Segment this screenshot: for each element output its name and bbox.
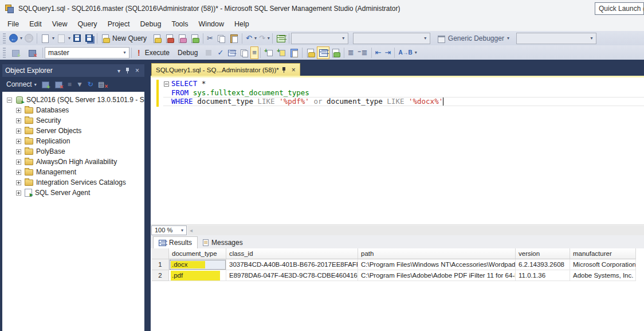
toolbar-grip[interactable] (3, 48, 6, 58)
navigate-to-button[interactable]: A→B (396, 46, 414, 59)
collapse-icon[interactable] (7, 98, 12, 103)
sql-editor[interactable]: SELECT *FROM sys.fulltext_document_types… (151, 77, 644, 224)
menu-debug[interactable]: Debug (135, 18, 167, 30)
object-explorer-header[interactable]: Object Explorer ▾ × (2, 64, 144, 77)
parse-button[interactable]: ✓ (215, 46, 225, 59)
tree-item-server-objects[interactable]: Server Objects (2, 126, 144, 136)
column-header-document_type[interactable]: document_type (169, 248, 226, 259)
window-position-icon[interactable]: ▾ (115, 68, 123, 74)
include-client-statistics-button[interactable] (262, 46, 275, 59)
grid-cell-document_type[interactable]: .pdf (169, 270, 226, 281)
toolbar-combo-2[interactable]: ▾ (353, 33, 430, 44)
expand-icon[interactable] (16, 139, 21, 144)
expand-icon[interactable] (16, 128, 21, 134)
redo-dropdown-icon[interactable]: ▾ (267, 36, 270, 41)
expand-icon[interactable] (16, 149, 21, 154)
change-connection-button[interactable] (7, 46, 24, 59)
menu-query[interactable]: Query (73, 18, 103, 30)
zoom-level-combo[interactable]: 100 % ▾ (151, 225, 187, 235)
new-query-button[interactable]: New Query (99, 32, 151, 45)
menu-file[interactable]: File (2, 18, 24, 30)
connect-dropdown-icon[interactable]: ▾ (34, 82, 39, 87)
navigate-forward-button[interactable]: → (23, 32, 35, 45)
tree-item-alwayson-high-availability[interactable]: AlwaysOn High Availability (2, 157, 144, 167)
grid-cell-manufacturer[interactable]: Adobe Systems, Inc. (570, 270, 636, 281)
available-databases-combo[interactable]: master ▾ (45, 47, 129, 59)
toolbar-overflow-icon[interactable]: ▾ (414, 50, 418, 55)
row-number-cell[interactable]: 1 (152, 259, 169, 270)
expand-icon[interactable] (16, 170, 21, 175)
pin-icon[interactable] (125, 67, 131, 74)
grid-cell-class_id[interactable]: E8978DA6-047F-4E3D-9C78-CDBE46041603 (226, 270, 358, 281)
specify-template-parameters-button[interactable] (288, 46, 300, 59)
disconnect-button[interactable] (24, 46, 41, 59)
uncomment-button[interactable]: ⁼≣ (356, 46, 370, 59)
tree-item-sql-server-agent[interactable]: SQL Server Agent (2, 188, 144, 198)
save-button[interactable] (71, 32, 83, 45)
grid-cell-version[interactable]: 6.2.14393.2608 (516, 259, 570, 270)
comment-button[interactable]: ≣ (346, 46, 356, 59)
menu-help[interactable]: Help (229, 18, 254, 30)
database-engine-query-button[interactable] (151, 32, 163, 45)
new-project-button[interactable] (39, 32, 52, 45)
activity-monitor-button[interactable] (274, 32, 287, 45)
menu-edit[interactable]: Edit (24, 18, 47, 30)
display-estimated-plan-button[interactable] (225, 46, 238, 59)
debug-button[interactable]: Debug (174, 46, 202, 59)
scroll-left-icon[interactable]: ◂ (188, 227, 193, 233)
filter-icon[interactable]: ▼ (74, 80, 85, 88)
tree-item-management[interactable]: Management (2, 167, 144, 177)
mdx-query-button[interactable] (163, 32, 176, 45)
grid-cell-version[interactable]: 11.0.1.36 (516, 270, 570, 281)
disconnect-server-icon[interactable] (54, 80, 63, 88)
tree-item-replication[interactable]: Replication (2, 136, 144, 146)
xmla-query-button[interactable] (189, 32, 201, 45)
include-actual-plan-button[interactable] (275, 46, 288, 59)
dmx-query-button[interactable] (176, 32, 189, 45)
results-to-text-button[interactable] (304, 46, 317, 59)
expand-icon[interactable] (16, 180, 21, 185)
tab-messages[interactable]: Messages (198, 236, 248, 248)
tab-results[interactable]: Results (153, 236, 198, 248)
save-all-button[interactable] (83, 32, 95, 45)
menu-tools[interactable]: Tools (166, 18, 193, 30)
toolbar-combo-3[interactable]: ▾ (516, 33, 596, 44)
column-header-version[interactable]: version (516, 248, 570, 259)
tree-item-security[interactable]: Security (2, 115, 144, 126)
column-header-class_id[interactable]: class_id (226, 248, 358, 259)
decrease-indent-button[interactable]: ⇤ (374, 46, 383, 59)
results-to-grid-button[interactable] (317, 46, 329, 59)
menu-window[interactable]: Window (194, 18, 229, 30)
script-error-icon[interactable]: ▤ (96, 80, 107, 88)
grid-cell-path[interactable]: C:\Program Files\Adobe\Adobe PDF iFilter… (358, 270, 516, 281)
grid-cell-document_type[interactable]: .docx (169, 259, 226, 270)
grid-cell-path[interactable]: C:\Program Files\Windows NT\Accessories\… (358, 259, 516, 270)
paste-button[interactable] (227, 32, 240, 45)
intellisense-enabled-button[interactable]: ≡ (250, 46, 258, 59)
code-line[interactable]: WHERE document_type LIKE '%pdf%' or docu… (163, 97, 644, 106)
navigate-backward-button[interactable]: ← (7, 32, 19, 45)
tree-item-polybase[interactable]: PolyBase (2, 146, 144, 157)
query-document-tab[interactable]: SQLQuery1.sql - SQ...Administrator (58))… (151, 63, 300, 76)
stop-icon[interactable]: ■ (65, 80, 74, 88)
code-line[interactable]: SELECT * (163, 79, 644, 88)
horizontal-scrollbar[interactable]: ◂ (188, 225, 644, 235)
copy-button[interactable] (215, 32, 227, 45)
open-file-button[interactable] (55, 32, 68, 45)
grid-cell-manufacturer[interactable]: Microsoft Corporation (570, 259, 636, 270)
cancel-query-button[interactable] (202, 46, 215, 59)
outline-collapse-icon[interactable] (163, 79, 171, 88)
quick-launch-input[interactable]: Quick Launch (Ctrl+Q) (595, 2, 644, 15)
menu-view[interactable]: View (47, 18, 73, 30)
column-header-path[interactable]: path (358, 248, 516, 259)
grid-cell-class_id[interactable]: 3037B4CD-A40B-401B-B676-2017EE8FAFF4 (226, 259, 358, 270)
connect-server-icon[interactable] (41, 80, 50, 88)
connect-button[interactable]: Connect (5, 80, 34, 88)
expand-icon[interactable] (16, 159, 21, 165)
cut-button[interactable]: ✂ (205, 32, 215, 45)
refresh-icon[interactable]: ↻ (85, 80, 96, 88)
expand-icon[interactable] (16, 190, 21, 196)
increase-indent-button[interactable]: ⇥ (383, 46, 392, 59)
tab-close-icon[interactable]: × (292, 66, 296, 74)
execute-button[interactable]: ! Execute (133, 46, 174, 59)
